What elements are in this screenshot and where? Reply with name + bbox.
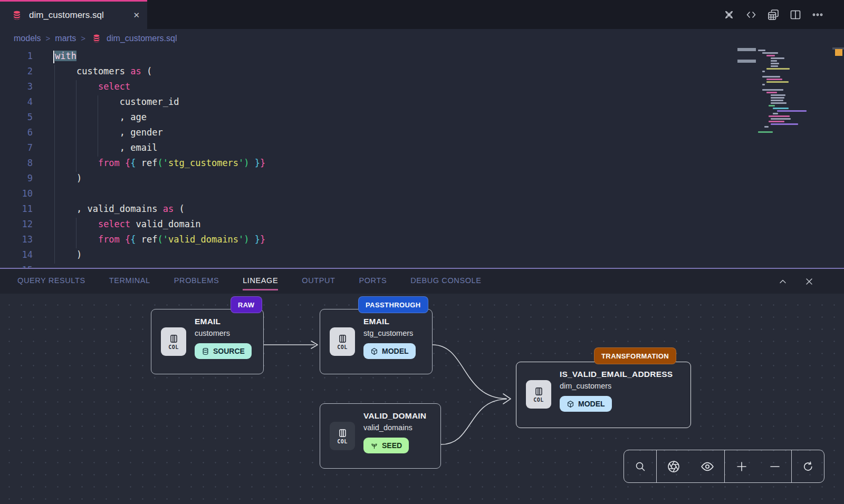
code-line bbox=[0, 263, 844, 268]
panel-tab-terminal[interactable]: TERMINAL bbox=[109, 273, 150, 289]
code-line: select bbox=[0, 79, 844, 94]
column-icon: COL bbox=[526, 380, 551, 409]
node-column-name: VALID_DOMAIN bbox=[363, 411, 426, 421]
minimap-line bbox=[771, 65, 778, 67]
toolbar-cell bbox=[791, 450, 824, 482]
minimap-line bbox=[771, 123, 798, 125]
minimap-line bbox=[769, 121, 784, 122]
zoom-out-icon[interactable] bbox=[767, 459, 783, 474]
aperture-icon[interactable] bbox=[666, 459, 682, 474]
minimap-line bbox=[758, 50, 765, 51]
minimap-line bbox=[762, 52, 778, 54]
column-icon: COL bbox=[330, 327, 355, 356]
breadcrumb-separator: > bbox=[46, 34, 51, 43]
more-actions-icon[interactable] bbox=[811, 8, 824, 21]
panel-close-icon[interactable] bbox=[803, 275, 816, 288]
panel-header: QUERY RESULTSTERMINALPROBLEMSLINEAGEOUTP… bbox=[0, 269, 844, 294]
minimap-line bbox=[771, 94, 785, 96]
dbt-extension-icon[interactable] bbox=[723, 8, 735, 21]
code-line bbox=[0, 186, 844, 201]
panel-tab-output[interactable]: OUTPUT bbox=[302, 273, 335, 289]
column-icon-label: COL bbox=[533, 397, 544, 403]
column-icon-label: COL bbox=[337, 439, 348, 444]
code-line: , age bbox=[0, 110, 844, 125]
minimap-selection-bar bbox=[737, 48, 756, 51]
minimap-line bbox=[766, 55, 775, 56]
model-pill: MODEL bbox=[363, 343, 416, 359]
panel-actions bbox=[776, 275, 844, 288]
panel-tab-ports[interactable]: PORTS bbox=[359, 273, 387, 289]
code-area[interactable]: with customers as ( select customer_id ,… bbox=[0, 49, 844, 268]
minimap-line bbox=[771, 118, 791, 120]
titlebar: dim_customers.sql ✕ bbox=[0, 0, 844, 29]
panel-tab-problems[interactable]: PROBLEMS bbox=[174, 273, 219, 289]
minimap[interactable] bbox=[737, 47, 844, 268]
panel-tab-query-results[interactable]: QUERY RESULTS bbox=[17, 273, 85, 289]
breadcrumb: models > marts > dim_customers.sql bbox=[0, 29, 844, 47]
refresh-icon[interactable] bbox=[800, 459, 816, 474]
lineage-node-dim-customers[interactable]: COL IS_VALID_EMAIL_ADDRESS dim_customers… bbox=[516, 362, 691, 428]
panel-tab-lineage[interactable]: LINEAGE bbox=[243, 273, 278, 289]
node-column-name: EMAIL bbox=[363, 317, 389, 326]
node-table-name: dim_customers bbox=[560, 382, 611, 390]
zoom-in-icon[interactable] bbox=[734, 459, 750, 474]
minimap-line bbox=[766, 79, 782, 80]
pill-label: MODEL bbox=[578, 400, 605, 408]
code-line: , email bbox=[0, 140, 844, 156]
minimap-line bbox=[769, 115, 790, 117]
panel-tab-debug-console[interactable]: DEBUG CONSOLE bbox=[410, 273, 481, 289]
cube-icon bbox=[370, 347, 378, 355]
minimap-line bbox=[771, 97, 784, 99]
minimap-line bbox=[777, 110, 807, 112]
text-cursor bbox=[53, 51, 54, 63]
lineage-node-customers[interactable]: COL EMAIL customers SOURCE bbox=[151, 309, 264, 374]
code-line: with bbox=[0, 49, 844, 64]
database-icon bbox=[90, 32, 103, 45]
titlebar-actions bbox=[723, 0, 844, 29]
node-table-name: customers bbox=[195, 329, 230, 337]
toolbar-cell bbox=[656, 450, 724, 482]
minimap-line bbox=[766, 92, 777, 93]
minimap-line bbox=[758, 131, 773, 133]
breadcrumb-segment-models[interactable]: models bbox=[14, 34, 41, 43]
node-table-name: valid_domains bbox=[363, 423, 413, 432]
minimap-line bbox=[762, 84, 765, 85]
indent-guide bbox=[76, 218, 76, 248]
minimap-line bbox=[771, 100, 783, 101]
breadcrumb-segment-marts[interactable]: marts bbox=[55, 34, 76, 43]
panel-maximize-icon[interactable] bbox=[776, 275, 789, 288]
lineage-node-stg-customers[interactable]: COL EMAIL stg_customers MODEL bbox=[320, 309, 433, 374]
node-table-name: stg_customers bbox=[363, 329, 413, 337]
cube-icon bbox=[567, 400, 574, 408]
sprout-icon bbox=[370, 442, 378, 450]
minimap-line bbox=[766, 81, 789, 83]
eye-icon[interactable] bbox=[699, 459, 715, 474]
code-editor[interactable]: 123456789101112131415 with customers as … bbox=[0, 47, 844, 268]
code-line: , valid_domains as ( bbox=[0, 201, 844, 217]
breadcrumb-separator: > bbox=[81, 34, 85, 43]
code-line: customer_id bbox=[0, 94, 844, 110]
minimap-line bbox=[762, 89, 783, 91]
lineage-canvas[interactable]: RAW PASSTHROUGH TRANSFORMATION COL EMAIL… bbox=[0, 294, 844, 504]
lineage-node-valid-domains[interactable]: COL VALID_DOMAIN valid_domains SEED bbox=[320, 403, 441, 469]
tab-label: dim_customers.sql bbox=[29, 10, 104, 21]
query-preview-icon[interactable] bbox=[767, 8, 780, 21]
edge-valid-domains-to-dim bbox=[441, 399, 506, 444]
editor-tab-dim-customers[interactable]: dim_customers.sql ✕ bbox=[0, 0, 147, 29]
tab-close-icon[interactable]: ✕ bbox=[133, 11, 140, 20]
split-editor-icon[interactable] bbox=[789, 8, 802, 21]
minimap-line bbox=[764, 126, 769, 128]
search-icon[interactable] bbox=[632, 459, 648, 474]
minimap-line bbox=[766, 68, 790, 70]
database-icon bbox=[11, 9, 23, 22]
seed-pill: SEED bbox=[363, 438, 409, 453]
breadcrumb-file[interactable]: dim_customers.sql bbox=[90, 32, 177, 45]
column-icon: COL bbox=[330, 422, 355, 450]
minimap-marker-orange bbox=[835, 49, 842, 56]
column-icon-label: COL bbox=[168, 344, 179, 350]
breadcrumb-file-label: dim_customers.sql bbox=[107, 34, 177, 43]
minimap-line bbox=[771, 63, 779, 64]
minimap-line bbox=[771, 102, 787, 104]
node-column-name: IS_VALID_EMAIL_ADDRESS bbox=[560, 370, 673, 379]
inline-code-icon[interactable] bbox=[745, 8, 757, 21]
